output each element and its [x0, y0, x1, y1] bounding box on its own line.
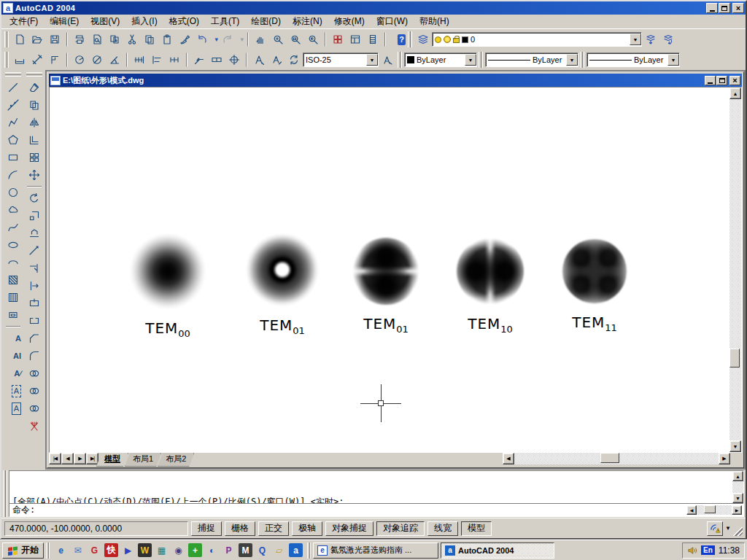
dim-text-edit-button[interactable] [268, 51, 285, 69]
lineweight-combobox[interactable]: ByLayer ▼ [587, 52, 680, 67]
scroll-right-button[interactable]: ▶ [732, 505, 742, 515]
designcenter-button[interactable] [347, 31, 364, 48]
gradient-button[interactable] [4, 289, 22, 306]
dim-baseline-button[interactable] [148, 51, 166, 69]
tab-last-button[interactable]: ▶| [86, 453, 98, 464]
properties-button[interactable] [329, 31, 347, 48]
menu-insert[interactable]: 插入(I) [126, 14, 162, 29]
toolbar-button[interactable] [27, 186, 42, 187]
toolbar-grip[interactable] [408, 31, 413, 47]
scroll-left-button[interactable]: ◀ [503, 453, 514, 464]
vertical-scrollbar[interactable]: ▲ ▼ [729, 88, 741, 452]
ql-gozilla[interactable]: G [88, 543, 101, 557]
scroll-up-button[interactable]: ▲ [732, 471, 743, 481]
dim-edit-button[interactable] [250, 51, 268, 69]
dim-aligned-button[interactable] [28, 51, 46, 69]
toolbar-button[interactable] [246, 52, 247, 67]
status-menu-caret[interactable]: ▼ [725, 525, 731, 532]
mirror-button[interactable] [26, 114, 43, 131]
scroll-up-button[interactable]: ▲ [729, 88, 741, 99]
layers-button[interactable] [414, 31, 432, 48]
menu-file[interactable]: 文件(F) [4, 14, 43, 29]
ql-media-player[interactable]: ▶ [121, 543, 135, 557]
polygon-button[interactable] [4, 131, 22, 149]
help-button[interactable]: ? [389, 31, 406, 48]
subtract-button[interactable] [26, 382, 43, 400]
ql-acdsee[interactable]: ◐ [205, 543, 219, 557]
scrollbar-thumb[interactable] [704, 505, 716, 513]
save-button[interactable] [46, 31, 63, 48]
input-language-indicator[interactable]: En [701, 545, 715, 555]
dim-continue-button[interactable] [166, 51, 183, 69]
match-properties-button[interactable] [176, 31, 193, 48]
command-history[interactable]: [全部(A)/中心点(C)/动态(D)/范围(E)/上一个(P)/比例(S)/窗… [9, 471, 743, 503]
new-button[interactable] [11, 31, 28, 48]
menu-format[interactable]: 格式(O) [164, 14, 204, 29]
toggle-ortho[interactable]: 正交 [258, 521, 289, 536]
toolbar-button[interactable] [66, 32, 68, 47]
ql-macromedia[interactable]: M [239, 543, 252, 557]
command-scrollbar[interactable]: ▲ ▼ [732, 471, 743, 503]
color-dropdown[interactable]: ▼ [465, 54, 476, 66]
tab-prev-button[interactable]: ◀ [61, 453, 74, 464]
linetype-dropdown[interactable]: ▼ [566, 54, 578, 66]
resize-grip[interactable] [733, 526, 743, 536]
tab-model[interactable]: 模型 [96, 453, 128, 467]
drawing-canvas[interactable]: TEM00 TEM01 [50, 88, 729, 452]
break-at-point-button[interactable] [26, 295, 43, 312]
linetype-combobox[interactable]: ByLayer ▼ [485, 52, 578, 67]
menu-edit[interactable]: 编辑(E) [44, 14, 84, 29]
horizontal-scrollbar[interactable]: ◀ ▶ [503, 453, 730, 464]
ql-outlook-express[interactable]: ✉ [71, 543, 85, 557]
toolbar-button[interactable] [6, 326, 20, 327]
menu-tools[interactable]: 工具(T) [206, 14, 244, 29]
command-hscrollbar[interactable]: ◀ ▶ [686, 505, 742, 515]
tool-palettes-button[interactable] [364, 31, 382, 48]
text-frame-button[interactable]: A [4, 382, 22, 400]
toolbar-grip[interactable] [398, 52, 403, 68]
intersect-button[interactable] [26, 400, 43, 417]
plot-preview-button[interactable] [88, 31, 106, 48]
tab-layout1[interactable]: 布局1 [125, 453, 161, 467]
menu-window[interactable]: 窗口(W) [371, 14, 413, 29]
toolbar-grip[interactable] [4, 31, 9, 47]
toolbar-button[interactable] [384, 32, 386, 47]
undo-button[interactable] [193, 31, 211, 48]
ql-dongfangkuaiche[interactable]: 快 [104, 543, 118, 557]
explode-button[interactable] [26, 417, 43, 435]
toolbar-grip[interactable] [580, 52, 585, 68]
move-button[interactable] [26, 166, 43, 184]
dim-style-combobox[interactable]: ISO-25 ▼ [303, 52, 379, 67]
dim-linear-button[interactable] [11, 51, 28, 69]
construction-line-button[interactable] [4, 96, 22, 114]
ql-calculator[interactable]: ▦ [155, 543, 169, 557]
tab-first-button[interactable]: |◀ [49, 453, 61, 464]
break-button[interactable] [26, 312, 43, 330]
pan-realtime-button[interactable] [252, 31, 269, 48]
offset-button[interactable] [26, 131, 43, 149]
extend-button[interactable] [26, 277, 43, 295]
toggle-grid[interactable]: 栅格 [225, 521, 255, 536]
ql-folder[interactable]: ▱ [272, 543, 286, 557]
lengthen-button[interactable] [26, 242, 43, 260]
multiline-text-button[interactable]: A [4, 330, 22, 347]
polyline-button[interactable] [4, 114, 22, 131]
line-button[interactable] [4, 79, 22, 96]
scroll-right-button[interactable]: ▶ [719, 453, 730, 464]
chamfer-button[interactable] [26, 330, 43, 347]
volume-icon[interactable] [687, 545, 697, 556]
doc-minimize-button[interactable] [705, 76, 716, 85]
dim-style-dropdown[interactable]: ▼ [366, 54, 378, 66]
toolbar-button[interactable] [325, 32, 326, 47]
color-combobox[interactable]: ByLayer ▼ [404, 52, 477, 67]
task-autocad[interactable]: a AutoCAD 2004 [441, 542, 554, 559]
scale-button[interactable] [26, 207, 43, 225]
tolerance-button[interactable] [208, 51, 225, 69]
fillet-button[interactable] [26, 347, 43, 365]
toggle-model[interactable]: 模型 [461, 521, 492, 536]
toolbar-button[interactable] [66, 52, 68, 67]
redo-dropdown[interactable]: ▾ [236, 31, 244, 48]
scroll-down-button[interactable]: ▼ [732, 493, 743, 503]
task-browser[interactable]: e 氦氖激光器选购指南 ... [313, 542, 438, 559]
region-button[interactable] [4, 306, 22, 324]
